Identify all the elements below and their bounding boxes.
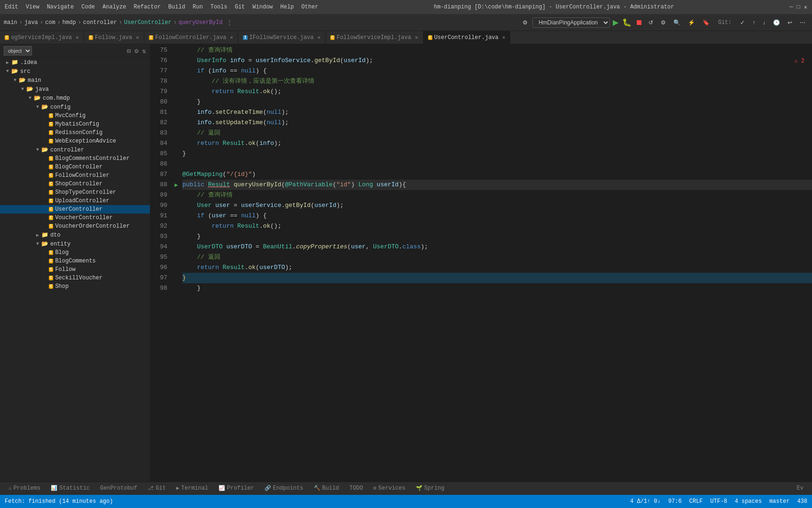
run-gutter-88[interactable]: ▶ (172, 180, 180, 190)
tab-followcontroller[interactable]: C FollowController.java ✕ (144, 31, 238, 44)
tree-item-followcontroller-tree[interactable]: C FollowController (0, 171, 150, 180)
tree-item-controller[interactable]: ▼ 📂 controller (0, 145, 150, 154)
tree-item-dto[interactable]: ▶ 📁 dto (0, 230, 150, 239)
menu-edit[interactable]: Edit (5, 4, 18, 10)
status-position[interactable]: 97:6 (668, 498, 682, 505)
btab-build[interactable]: 🔨 Build (309, 482, 344, 495)
btab-statistic[interactable]: 📊 Statistic (46, 482, 94, 495)
tree-item-shoptypecontroller[interactable]: C ShopTypeController (0, 188, 150, 197)
tree-item-seckillvoucher[interactable]: C SeckillVoucher (0, 274, 150, 282)
toolbar-bookmark[interactable]: 🔖 (700, 18, 712, 27)
menu-window[interactable]: Window (252, 4, 273, 10)
tab-followserviceimpl[interactable]: C FollowServiceImpl.java ✕ (326, 31, 423, 44)
debug-button[interactable]: 🐛 (621, 17, 632, 28)
tree-item-comhmdp[interactable]: ▼ 📂 com.hmdp (0, 94, 150, 103)
code-editor[interactable]: 75 76 77 78 79 80 81 82 83 84 85 86 87 8… (150, 44, 812, 482)
breadcrumb-main[interactable]: main (4, 19, 17, 26)
tree-item-blogcontroller[interactable]: C BlogController (0, 163, 150, 171)
btab-profiler[interactable]: 📈 Profiler (214, 482, 259, 495)
status-line-ending[interactable]: CRLF (689, 498, 703, 505)
tree-item-uploadcontroller[interactable]: C UploadController (0, 197, 150, 205)
toolbar-reload[interactable]: ↺ (646, 18, 656, 27)
btab-event[interactable]: Ev (792, 482, 808, 495)
menu-code[interactable]: Code (81, 4, 95, 10)
menu-refactor[interactable]: Refactor (133, 4, 161, 10)
status-col[interactable]: 438 (797, 498, 807, 505)
menu-bar[interactable]: Edit View Navigate Code Analyze Refactor… (5, 4, 318, 10)
tab-close[interactable]: ✕ (317, 34, 320, 40)
status-indent[interactable]: 4 spaces (735, 498, 762, 505)
sidebar-icon-collapse[interactable]: ⊟ (127, 47, 131, 55)
toolbar-settings[interactable]: ⚙ (658, 18, 669, 27)
btab-services[interactable]: ⚙ Services (368, 482, 410, 495)
tree-item-mybatisconfig[interactable]: C MybatisConfig (0, 120, 150, 128)
btab-todo[interactable]: TODO (345, 482, 368, 495)
tree-item-shop-entity[interactable]: C Shop (0, 282, 150, 291)
breadcrumb-hmdp[interactable]: hmdp (62, 19, 76, 26)
tab-close[interactable]: ✕ (415, 34, 418, 40)
btab-genprotobuf[interactable]: GenProtobuf (95, 482, 142, 495)
tab-close[interactable]: ✕ (136, 34, 139, 40)
sidebar-icon-sort[interactable]: ⇅ (142, 47, 146, 55)
btab-endpoints[interactable]: 🔗 Endpoints (260, 482, 308, 495)
menu-git[interactable]: Git (235, 4, 245, 10)
tree-item-usercontroller[interactable]: C UserController (0, 205, 150, 214)
breadcrumb-controller[interactable]: controller (83, 19, 117, 26)
code-scroll-area[interactable]: 75 76 77 78 79 80 81 82 83 84 85 86 87 8… (150, 44, 812, 482)
tab-close[interactable]: ✕ (502, 34, 506, 40)
git-revert[interactable]: ↩ (785, 18, 795, 27)
menu-navigate[interactable]: Navigate (47, 4, 74, 10)
tree-item-voucherordercontroller[interactable]: C VoucherOrderController (0, 222, 150, 230)
tree-item-blogcomments[interactable]: C BlogComments (0, 257, 150, 265)
tree-item-src[interactable]: ▼ 📂 src (0, 67, 150, 76)
code-lines[interactable]: // 查询详情 UserInfo info = userInfoService.… (180, 44, 812, 482)
tree-item-shopcontroller[interactable]: C ShopController (0, 180, 150, 188)
menu-analyze[interactable]: Analyze (102, 4, 126, 10)
tab-ifollowservice[interactable]: I IFollowService.java ✕ (238, 31, 326, 44)
tree-item-webexceptionadvice[interactable]: C WebExceptionAdvice (0, 137, 150, 145)
toolbar-more[interactable]: ⋯ (797, 18, 808, 27)
breadcrumb-method[interactable]: queryUserById (179, 19, 223, 26)
breadcrumb-class[interactable]: UserController (124, 19, 172, 26)
menu-other[interactable]: Other (301, 4, 318, 10)
breadcrumb-com[interactable]: com (45, 19, 55, 26)
git-history[interactable]: 🕒 (770, 18, 783, 27)
status-fetch[interactable]: Fetch: finished (14 minutes ago) (5, 498, 113, 505)
btab-terminal[interactable]: ▶ Terminal (172, 482, 213, 495)
project-select[interactable]: object (4, 46, 32, 56)
run-config-select[interactable]: HmDianPingApplication (532, 17, 610, 28)
tab-close[interactable]: ✕ (76, 34, 79, 40)
tree-item-entity[interactable]: ▼ 📂 entity (0, 239, 150, 248)
build-config-btn[interactable]: ⚙ (520, 18, 531, 27)
menu-view[interactable]: View (26, 4, 39, 10)
tree-item-redissonconfig[interactable]: C RedissonConfig (0, 128, 150, 137)
tree-item-idea[interactable]: ▶ 📁 .idea (0, 58, 150, 67)
tree-item-config[interactable]: ▼ 📂 config (0, 103, 150, 111)
breadcrumb-java[interactable]: java (24, 19, 38, 26)
tree-item-blogcommentscontroller[interactable]: C BlogCommentsController (0, 154, 150, 163)
maximize-button[interactable]: □ (797, 4, 800, 11)
run-button[interactable]: ▶ (612, 17, 619, 28)
btab-problems[interactable]: ⚠ Problems (4, 482, 45, 495)
btab-spring[interactable]: 🌱 Spring (411, 482, 449, 495)
status-branch[interactable]: master (769, 498, 789, 505)
git-pull[interactable]: ↓ (760, 18, 768, 27)
status-encoding[interactable]: UTF-8 (710, 498, 727, 505)
sidebar-icon-settings[interactable]: ⚙ (134, 47, 138, 55)
tab-follow[interactable]: C Follow.java ✕ (84, 31, 144, 44)
toolbar-run2[interactable]: ⚡ (685, 18, 698, 27)
menu-run[interactable]: Run (193, 4, 203, 10)
tree-item-vouchercontroller[interactable]: C VoucherController (0, 214, 150, 222)
tab-logserviceimpl[interactable]: C ogServiceImpl.java ✕ (0, 31, 84, 44)
tab-close[interactable]: ✕ (230, 34, 234, 40)
tree-item-follow-entity[interactable]: C Follow (0, 265, 150, 274)
menu-help[interactable]: Help (281, 4, 294, 10)
git-push[interactable]: ↑ (750, 18, 758, 27)
status-git-changes[interactable]: 4 Δ/1↑ 0↓ (630, 498, 661, 505)
minimize-button[interactable]: ─ (789, 4, 793, 11)
btab-git[interactable]: ⎇ Git (143, 482, 171, 495)
tab-usercontroller[interactable]: C UserController.java ✕ (423, 31, 511, 44)
menu-build[interactable]: Build (168, 4, 185, 10)
tree-item-java[interactable]: ▼ 📂 java (0, 85, 150, 94)
stop-button[interactable]: ⏹ (634, 17, 644, 28)
